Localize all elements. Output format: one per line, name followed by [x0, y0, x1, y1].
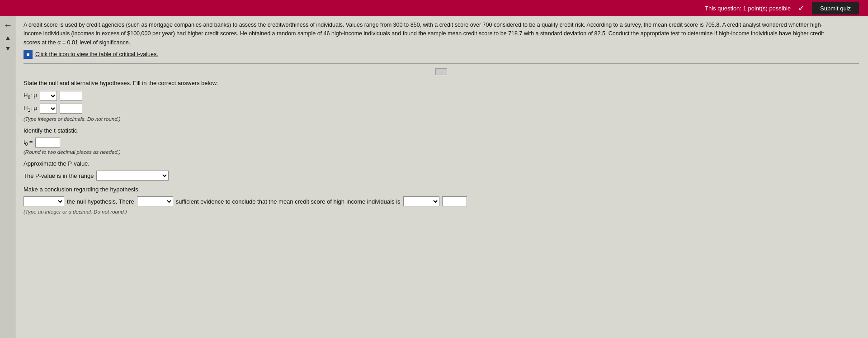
- pvalue-approx-label: Approximate the P-value.: [24, 160, 859, 167]
- hypothesis-note: (Type integers or decimals. Do not round…: [24, 116, 859, 122]
- tstat-eq-label: t0 =: [24, 138, 33, 147]
- conclusion-row: Reject Do not reject Fail to reject the …: [24, 196, 859, 206]
- divider-top: [24, 63, 859, 64]
- h1-select[interactable]: = < > ≠ ≤ ≥: [40, 104, 57, 114]
- conclusion-input[interactable]: [442, 196, 467, 206]
- content-area: A credit score is used by credit agencie…: [16, 16, 868, 338]
- problem-text: A credit score is used by credit agencie…: [24, 21, 837, 47]
- table-icon[interactable]: ■: [24, 50, 33, 59]
- h0-input[interactable]: [60, 91, 82, 101]
- expand-triangle-down[interactable]: ▼: [5, 45, 11, 52]
- h1-label: H1: μ: [24, 105, 37, 113]
- tstat-note: (Round to two decimal places as needed.): [24, 149, 859, 155]
- conclusion-text1: the null hypothesis. There: [67, 198, 134, 205]
- h0-label: H0: μ: [24, 92, 37, 100]
- conclusion-select2[interactable]: is is not: [137, 196, 173, 206]
- hypotheses-label: State the null and alternative hypothese…: [24, 80, 859, 86]
- top-bar: This question: 1 point(s) possible ✓ Sub…: [0, 0, 868, 16]
- expand-row: ...: [24, 68, 859, 75]
- critical-tvalues-link[interactable]: Click the icon to view the table of crit…: [35, 51, 158, 57]
- conclusion-label: Make a conclusion regarding the hypothes…: [24, 186, 859, 193]
- icon-link-row: ■ Click the icon to view the table of cr…: [24, 50, 859, 59]
- question-points: This question: 1 point(s) possible: [705, 5, 791, 12]
- tstat-input[interactable]: [35, 138, 60, 148]
- conclusion-select3[interactable]: greater than less than equal to not equa…: [403, 196, 439, 206]
- expand-button[interactable]: ...: [435, 68, 447, 75]
- h1-row: H1: μ = < > ≠ ≤ ≥: [24, 104, 859, 114]
- pvalue-select[interactable]: P < 0.001 0.001 < P < 0.002 0.002 < P < …: [96, 171, 169, 181]
- h0-row: H0: μ = < > ≠ ≤ ≥: [24, 91, 859, 101]
- h1-input[interactable]: [60, 104, 82, 114]
- tstat-label: Identify the t-statistic.: [24, 127, 859, 134]
- back-arrow[interactable]: ←: [4, 20, 13, 30]
- main-content: ← ▲ ▼ A credit score is used by credit a…: [0, 16, 868, 338]
- tstat-row: t0 =: [24, 138, 859, 148]
- conclusion-select1[interactable]: Reject Do not reject Fail to reject: [24, 196, 64, 206]
- submit-quiz-button[interactable]: Submit quiz: [812, 2, 859, 14]
- conclusion-note: (Type an integer or a decimal. Do not ro…: [24, 209, 859, 214]
- h0-select[interactable]: = < > ≠ ≤ ≥: [40, 91, 57, 101]
- check-icon: ✓: [798, 3, 805, 13]
- pvalue-row: The P-value is in the range P < 0.001 0.…: [24, 171, 859, 181]
- pvalue-text: The P-value is in the range: [24, 172, 94, 179]
- left-nav: ← ▲ ▼: [0, 16, 16, 338]
- conclusion-text2: sufficient evidence to conclude that the…: [176, 198, 401, 205]
- expand-triangle-up[interactable]: ▲: [5, 34, 11, 41]
